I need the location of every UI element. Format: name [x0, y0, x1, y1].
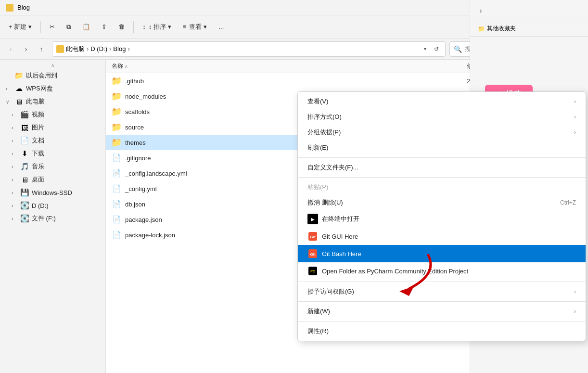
gitbash-icon: Git — [307, 248, 318, 259]
svg-text:Git: Git — [310, 235, 315, 239]
terminal-icon: ▶ — [307, 214, 318, 224]
ctx-separator-2 — [298, 177, 586, 178]
ctx-item-sort[interactable]: 排序方式(O) › — [298, 109, 586, 125]
more-button[interactable]: ... — [214, 21, 229, 32]
ctx-item-view[interactable]: 查看(V) › — [298, 94, 586, 109]
sidebar-item-video[interactable]: › 🎬 视频 — [2, 108, 103, 121]
file-doc-icon: 📄 — [112, 184, 121, 193]
ctx-label-gitgui: Git GUI Here — [322, 233, 576, 240]
ctx-label-paste: 粘贴(P) — [307, 183, 576, 192]
ctx-label-refresh: 刷新(E) — [307, 143, 576, 152]
ctx-item-new[interactable]: 新建(W) › — [298, 304, 586, 319]
delete-button[interactable]: 🗑 — [114, 21, 129, 32]
path-dropdown-button[interactable]: ▾ — [420, 44, 430, 54]
copy-button[interactable]: ⧉ — [62, 21, 76, 33]
address-path[interactable]: 此电脑 › D (D:) › Blog › ▾ ↺ — [52, 41, 446, 57]
thispc-icon: 🖥 — [14, 97, 23, 106]
folder-icon: 📁 — [112, 76, 121, 86]
sidebar-item-docs-label: 文档 — [32, 136, 44, 145]
pycharm-icon: PC — [307, 266, 318, 276]
ctx-item-paste[interactable]: 粘贴(P) — [298, 180, 586, 195]
column-header-name[interactable]: 名称 ∧ — [112, 62, 467, 70]
cut-button[interactable]: ✂ — [45, 21, 60, 32]
sidebar-item-music[interactable]: › 🎵 音乐 — [2, 160, 103, 173]
file-doc-icon: 📄 — [112, 168, 121, 178]
ctx-shortcut-undo: Ctrl+Z — [560, 199, 576, 206]
context-menu: 查看(V) › 排序方式(O) › 分组依据(P) › 刷新(E) 自定义文件夹… — [297, 91, 586, 341]
sort-label: ↕ 排序 — [149, 23, 166, 31]
bookmark-folder-icon: 📁 — [478, 26, 485, 32]
browser-forward-button[interactable]: › — [474, 4, 487, 17]
sidebar-item-e-drive[interactable]: › 💽 文件 (F:) — [2, 212, 103, 225]
ctx-item-group[interactable]: 分组依据(P) › — [298, 125, 586, 140]
new-arrow-icon: ▾ — [28, 23, 32, 30]
ctx-item-terminal[interactable]: ▶ 在终端中打开 — [298, 210, 586, 228]
sidebar-item-downloads-label: 下载 — [32, 149, 44, 158]
sidebar-item-pictures[interactable]: › 🖼 图片 — [2, 121, 103, 134]
back-button[interactable]: ‹ — [4, 42, 17, 56]
bookmark-other-label: 其他收藏夹 — [487, 25, 516, 33]
path-folder-icon — [56, 45, 64, 53]
browser-bar: › — [470, 0, 588, 21]
view-label: 查看 — [189, 23, 202, 31]
sidebar: ∧ 📁 以后会用到 › ☁ WPS网盘 ∨ 🖥 此电脑 › 🎬 视频 › 🖼 图… — [0, 60, 106, 373]
sidebar-item-thispc[interactable]: ∨ 🖥 此电脑 — [2, 95, 103, 108]
ctx-item-gitgui[interactable]: Git Git GUI Here — [298, 228, 586, 245]
sort-button[interactable]: ↕ ↕ 排序 ▾ — [138, 21, 176, 33]
desktop-icon: 🖥 — [20, 175, 29, 184]
view-arrow-icon: ▾ — [204, 23, 207, 30]
ctx-item-properties[interactable]: 属性(R) — [298, 323, 586, 339]
forward-button[interactable]: › — [19, 42, 33, 56]
ctx-item-undo[interactable]: 撤消 删除(U) Ctrl+Z — [298, 195, 586, 210]
wps-cloud-icon: ☁ — [14, 84, 23, 93]
arrow-annotation — [371, 250, 443, 300]
sidebar-item-desktop-label: 桌面 — [32, 175, 44, 184]
paste-button[interactable]: 📋 — [77, 21, 95, 32]
folder-icon: 📁 — [112, 122, 121, 132]
sidebar-item-wps-label: WPS网盘 — [26, 84, 53, 93]
sidebar-item-wps[interactable]: › ☁ WPS网盘 — [2, 82, 103, 95]
sidebar-item-downloads[interactable]: › ⬇ 下载 — [2, 147, 103, 160]
sidebar-item-pinned[interactable]: 📁 以后会用到 — [2, 69, 103, 82]
up-button[interactable]: ↑ — [35, 42, 48, 56]
delete-icon: 🗑 — [118, 23, 125, 30]
search-icon: 🔍 — [454, 45, 462, 53]
ctx-label-new: 新建(W) — [307, 307, 574, 316]
e-drive-icon: 💽 — [20, 214, 29, 223]
sidebar-item-windowsssd-label: Windows-SSD — [32, 189, 72, 196]
expand-arrow-d-drive: › — [12, 203, 17, 208]
expand-arrow-docs: › — [12, 138, 17, 143]
ctx-label-group: 分组依据(P) — [307, 128, 574, 137]
ctx-arrow-sort: › — [574, 114, 576, 120]
sidebar-item-d-drive-label: D (D:) — [32, 202, 49, 209]
downloads-icon: ⬇ — [20, 149, 29, 158]
ctx-arrow-group: › — [574, 129, 576, 136]
expand-arrow-downloads: › — [12, 151, 17, 156]
ctx-item-customize[interactable]: 自定义文件夹(F)... — [298, 160, 586, 175]
title-bar-icon — [6, 4, 13, 12]
view-button[interactable]: ≡ 查看 ▾ — [178, 21, 212, 33]
share-button[interactable]: ⇧ — [97, 21, 112, 32]
ctx-label-view: 查看(V) — [307, 97, 574, 106]
sidebar-item-video-label: 视频 — [32, 110, 44, 119]
video-icon: 🎬 — [20, 110, 29, 119]
expand-arrow-video: › — [12, 112, 17, 117]
ctx-label-pycharm: Open Folder as PyCharm Community Edition… — [322, 268, 576, 275]
ctx-item-refresh[interactable]: 刷新(E) — [298, 140, 586, 155]
toolbar-separator-2 — [133, 21, 134, 33]
title-bar-title: Blog — [17, 4, 516, 11]
sidebar-item-windowsssd[interactable]: › 💾 Windows-SSD — [2, 186, 103, 199]
sidebar-item-pinned-label: 以后会用到 — [26, 71, 57, 80]
file-doc-icon: 📄 — [112, 230, 121, 240]
svg-marker-6 — [399, 286, 414, 296]
sidebar-item-docs[interactable]: › 📄 文档 — [2, 134, 103, 147]
expand-arrow-thispc: ∨ — [6, 99, 12, 104]
sidebar-item-desktop[interactable]: › 🖥 桌面 — [2, 173, 103, 186]
bookmark-other-item[interactable]: 📁 其他收藏夹 — [474, 23, 520, 34]
refresh-button[interactable]: ↺ — [432, 44, 441, 54]
new-button[interactable]: + 新建 ▾ — [4, 21, 37, 33]
sidebar-item-d-drive[interactable]: › 💽 D (D:) — [2, 199, 103, 212]
copy-icon: ⧉ — [66, 23, 71, 31]
sort-icon: ↕ — [142, 23, 146, 30]
sort-arrow-icon: ∧ — [125, 64, 128, 69]
